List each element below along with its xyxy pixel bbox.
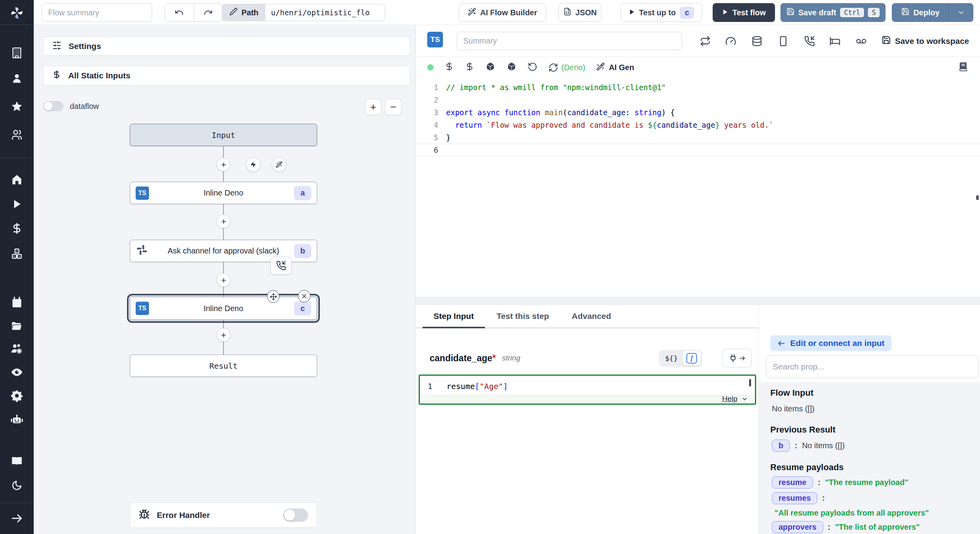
prop-pill-b[interactable]: b	[772, 440, 790, 452]
cache-database-icon[interactable]	[750, 34, 764, 48]
mini-scrollbar[interactable]	[749, 379, 751, 386]
zoom-out-button[interactable]: −	[385, 99, 401, 115]
json-label: JSON	[575, 8, 597, 17]
zoom-in-button[interactable]: +	[365, 99, 381, 115]
resources-dollar-icon[interactable]	[465, 62, 474, 73]
deploy-dropdown-button[interactable]	[949, 4, 973, 22]
tab-step-input[interactable]: Step Input	[434, 305, 474, 328]
connect-input-button[interactable]	[722, 349, 751, 367]
template-mode-option[interactable]: ${}	[660, 352, 682, 365]
dollar-icon[interactable]	[0, 219, 34, 237]
redo-button[interactable]	[194, 4, 223, 22]
flow-settings-label: Settings	[69, 42, 101, 51]
prop-pill-resume[interactable]: resume	[772, 476, 813, 489]
flow-node-c-selected[interactable]: TS Inline Deno c	[130, 297, 317, 320]
ai-wand-button[interactable]	[272, 157, 286, 172]
test-flow-button[interactable]: Test flow	[713, 3, 775, 22]
path-value[interactable]: u/henri/optimistic_flo	[265, 4, 385, 21]
add-step-button[interactable]	[217, 158, 230, 171]
library-book-icon[interactable]	[958, 62, 968, 73]
save-to-workspace-button[interactable]: Save to workspace	[882, 35, 969, 47]
function-square-icon: f	[686, 353, 697, 364]
code-line: 3export async function main(candidate_ag…	[416, 106, 980, 119]
save-draft-button[interactable]: Save draft Ctrl S	[780, 3, 886, 22]
variables-dollar-icon[interactable]	[445, 62, 454, 73]
eye-icon[interactable]	[0, 363, 34, 381]
path-tag[interactable]: Path	[222, 4, 265, 21]
test-up-to-step-badge: c	[680, 7, 694, 19]
boxes-icon[interactable]	[0, 245, 34, 263]
edit-or-connect-button[interactable]: Edit or connect an input	[770, 335, 891, 351]
flow-node-result[interactable]: Result	[130, 355, 317, 377]
add-step-button[interactable]	[217, 215, 230, 228]
calendar-icon[interactable]	[0, 293, 34, 311]
retries-repeat-icon[interactable]	[699, 34, 712, 48]
windmill-logo-icon[interactable]	[0, 4, 34, 22]
deploy-label: Deploy	[913, 8, 940, 17]
building-icon[interactable]	[0, 44, 34, 62]
json-button[interactable]: JSON	[559, 3, 601, 22]
trigger-zap-button[interactable]	[246, 157, 260, 172]
suspend-phone-incoming-icon[interactable]	[803, 34, 816, 48]
package-icon[interactable]	[506, 62, 517, 73]
error-handler-toggle[interactable]	[283, 509, 308, 522]
tab-advanced[interactable]: Advanced	[572, 305, 611, 328]
delete-node-button[interactable]	[298, 290, 310, 302]
folder-open-icon[interactable]	[0, 317, 34, 335]
flow-node-c-id-badge: c	[294, 301, 311, 315]
summary-input[interactable]	[457, 32, 682, 50]
moon-icon[interactable]	[0, 476, 34, 494]
user-icon[interactable]	[0, 69, 34, 87]
flow-settings-button[interactable]: Settings	[43, 37, 410, 56]
code-line: 5}	[416, 131, 980, 144]
suspend-approval-badge[interactable]	[270, 257, 292, 275]
bot-icon[interactable]	[0, 411, 34, 429]
tab-test-this-step[interactable]: Test this step	[497, 305, 549, 328]
play-icon[interactable]	[0, 195, 34, 213]
scrollbar-marker[interactable]	[976, 195, 979, 200]
lifetime-voicemail-icon[interactable]	[855, 34, 868, 48]
home-icon[interactable]	[0, 170, 34, 188]
mock-square-icon[interactable]	[777, 34, 790, 48]
early-stop-gauge-icon[interactable]	[724, 34, 737, 48]
users-icon[interactable]	[0, 126, 34, 144]
ai-flow-builder-button[interactable]: AI Flow Builder	[459, 3, 546, 22]
star-icon[interactable]	[0, 98, 34, 116]
gear-icon[interactable]	[0, 387, 34, 405]
all-static-inputs-button[interactable]: All Static Inputs	[43, 66, 410, 85]
test-up-to-button[interactable]: Test up to c	[621, 3, 702, 22]
resumes-description: "All resume payloads from all approvers"	[775, 509, 929, 518]
help-link[interactable]: Help	[722, 395, 737, 403]
expression-line[interactable]: 1 resume["Age"]	[421, 377, 753, 395]
search-prop-input[interactable]	[766, 355, 978, 378]
flow-input-empty: No items ([])	[772, 404, 815, 413]
expression-mode-option[interactable]: f	[682, 351, 701, 366]
users-cog-icon[interactable]	[0, 340, 34, 358]
history-icon[interactable]	[528, 62, 537, 73]
deploy-button[interactable]: Deploy	[892, 7, 949, 18]
flow-summary-input[interactable]	[42, 3, 152, 22]
expand-arrow-icon[interactable]	[0, 509, 34, 527]
editor-toolbar: (Deno) AI Gen	[416, 57, 980, 78]
dataflow-toggle[interactable]	[43, 101, 64, 111]
undo-button[interactable]	[165, 4, 194, 22]
wand-icon	[596, 62, 605, 73]
flow-node-a[interactable]: TS Inline Deno a	[130, 182, 317, 204]
add-step-button[interactable]	[217, 273, 230, 287]
code-editor[interactable]: 1// import * as wmill from "npm:windmill…	[416, 78, 980, 297]
sleep-bed-icon[interactable]	[828, 34, 842, 48]
sidebar-divider	[0, 25, 34, 25]
ai-gen-button[interactable]: AI Gen	[596, 62, 634, 73]
add-step-button[interactable]	[217, 328, 230, 342]
flow-node-input[interactable]: Input	[130, 124, 317, 146]
book-icon[interactable]	[0, 452, 34, 470]
dataflow-label: dataflow	[70, 102, 99, 111]
prop-pill-resumes[interactable]: resumes	[772, 492, 817, 504]
prop-pill-approvers[interactable]: approvers	[772, 521, 823, 533]
runtime-selector[interactable]: (Deno)	[548, 63, 585, 72]
move-node-button[interactable]	[267, 290, 279, 303]
error-handler-card[interactable]: Error Handler	[130, 503, 317, 528]
chevron-down-icon[interactable]	[741, 396, 748, 402]
panel-divider[interactable]	[416, 297, 980, 305]
package-icon[interactable]	[485, 62, 495, 73]
